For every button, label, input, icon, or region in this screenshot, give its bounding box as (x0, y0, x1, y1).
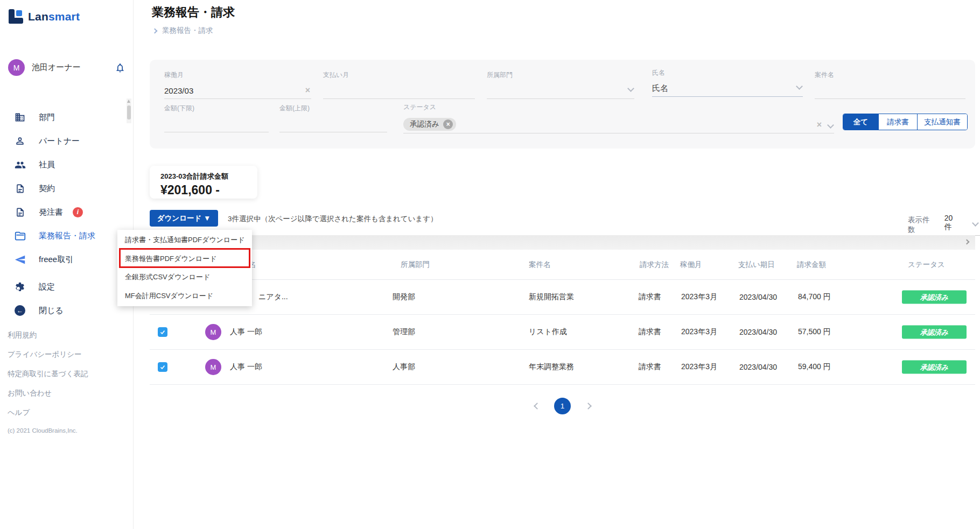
cell-project: リスト作成 (529, 327, 567, 337)
page-size-control: 表示件数 20件 (908, 214, 980, 236)
department-filter-label: 所属部門 (487, 70, 634, 80)
cell-project: 新規開拓営業 (529, 292, 574, 302)
next-page-button[interactable] (583, 400, 593, 411)
remove-status-chip-icon[interactable]: × (443, 119, 453, 129)
department-select[interactable] (487, 83, 634, 99)
cell-department: 管理部 (393, 327, 415, 337)
sidebar-item-label: 設定 (39, 282, 55, 292)
sidebar-item-label: 業務報告・請求 (39, 231, 95, 241)
cell-work-month: 2023年3月 (681, 292, 717, 302)
clear-status-icon[interactable]: × (817, 121, 822, 129)
doc-type-tabs: 全て 請求書 支払通知書 (843, 114, 968, 130)
prev-page-button[interactable] (531, 400, 542, 411)
avatar: M (205, 359, 221, 375)
app-logo[interactable]: Lansmart (9, 9, 80, 24)
scrollbar[interactable] (127, 98, 131, 123)
footer-link-commercial-law[interactable]: 特定商取引に基づく表記 (8, 369, 88, 379)
amount-min-label: 金額(下限) (164, 104, 269, 113)
sidebar-item-label: 社員 (39, 160, 55, 170)
user-avatar[interactable]: M (8, 59, 25, 76)
sidebar-item-departments[interactable]: 部門 (0, 105, 133, 129)
sidebar-item-settings[interactable]: 設定 (0, 275, 133, 299)
menu-item-report-pdf[interactable]: 業務報告書PDFダウンロード (117, 250, 252, 269)
sidebar-item-label: 発注書 (39, 207, 63, 217)
cell-amount: 59,400 円 (798, 362, 831, 372)
status-multiselect[interactable]: 承認済み × × (403, 115, 834, 133)
notification-bell-icon[interactable] (115, 62, 125, 74)
copyright-text: (c) 2021 CloudBrains,Inc. (8, 427, 88, 434)
page-size-select[interactable]: 20件 (943, 214, 980, 236)
scroll-right-icon[interactable] (964, 239, 970, 245)
col-header-status: ステータス (908, 260, 945, 270)
cell-name: 人事 一郎 (230, 327, 262, 337)
working-month-input[interactable]: 2023/03 × (164, 83, 311, 99)
sidebar-item-partners[interactable]: パートナー (0, 129, 133, 153)
billing-table: 氏名 所属部門 案件名 請求方法 稼働月 支払い期日 請求金額 ステータス M … (150, 235, 975, 427)
footer-link-privacy[interactable]: プライバシーポリシー (8, 350, 88, 359)
folder-icon (14, 230, 26, 242)
sidebar-item-purchase-orders[interactable]: 発注書 i (0, 200, 133, 224)
sidebar-item-freee[interactable]: freee取引 (0, 248, 133, 271)
sidebar-item-label: 部門 (39, 112, 55, 123)
building-icon (14, 111, 26, 123)
cell-name: 人事 一郎 (230, 362, 262, 372)
app-window: Lansmart M 池田オーナー 部門 パートナー 社員 契約 (0, 0, 980, 529)
gear-icon (14, 281, 26, 293)
amount-max-label: 金額(上限) (279, 104, 387, 113)
people-icon (14, 159, 26, 171)
col-header-department: 所属部門 (401, 260, 430, 270)
sidebar-item-business-reports[interactable]: 業務報告・請求 (0, 224, 133, 248)
user-name: 池田オーナー (32, 62, 115, 73)
col-header-amount: 請求金額 (797, 260, 826, 270)
current-page-button[interactable]: 1 (554, 398, 571, 414)
col-header-work-month: 稼働月 (680, 260, 702, 270)
chevron-down-icon[interactable] (827, 122, 834, 129)
sidebar-item-collapse[interactable]: ← 閉じる (0, 299, 133, 322)
download-button[interactable]: ダウンロード ▼ (150, 210, 218, 227)
sidebar: Lansmart M 池田オーナー 部門 パートナー 社員 契約 (0, 0, 133, 529)
footer-link-help[interactable]: ヘルプ (8, 408, 88, 418)
row-checkbox[interactable] (158, 327, 167, 337)
person-name-select[interactable]: 氏名 (652, 81, 803, 97)
table-row[interactable]: M 人事 一郎 人事部 年末調整業務 請求書 2023年3月 2023/04/3… (150, 350, 975, 385)
breadcrumb: 業務報告・請求 (153, 26, 213, 36)
amount-min-input[interactable] (164, 116, 269, 132)
table-row[interactable]: M 人事 一郎 管理部 リスト作成 請求書 2023年3月 2023/04/30… (150, 315, 975, 350)
cell-amount: 84,700 円 (798, 292, 831, 302)
document-icon (14, 182, 26, 194)
table-row[interactable]: M ニアタ... 開発部 新規開拓営業 請求書 2023年3月 2023/04/… (150, 280, 975, 315)
total-billing-title: 2023-03合計請求金額 (160, 172, 257, 181)
clear-working-month-icon[interactable]: × (305, 86, 310, 95)
cell-due-date: 2023/04/30 (739, 328, 777, 336)
breadcrumb-chevron-icon (152, 28, 158, 33)
cell-amount: 57,500 円 (798, 327, 831, 337)
working-month-label: 稼働月 (164, 70, 311, 80)
cell-method: 請求書 (639, 292, 661, 302)
amount-max-input[interactable] (279, 116, 387, 132)
project-name-input[interactable] (815, 83, 965, 99)
status-badge: 承認済み (902, 291, 967, 304)
cell-method: 請求書 (639, 327, 661, 337)
payment-month-input[interactable] (323, 83, 475, 99)
cell-due-date: 2023/04/30 (739, 363, 777, 371)
user-row: M 池田オーナー (8, 59, 125, 76)
tab-payment-notice[interactable]: 支払通知書 (918, 114, 967, 130)
menu-item-invoice-pdf[interactable]: 請求書・支払通知書PDFダウンロード (117, 231, 252, 250)
download-menu: 請求書・支払通知書PDFダウンロード 業務報告書PDFダウンロード 全銀形式CS… (117, 230, 252, 306)
col-header-project: 案件名 (529, 260, 551, 270)
footer-link-contact[interactable]: お問い合わせ (8, 389, 88, 398)
menu-item-mf-csv[interactable]: MF会計用CSVダウンロード (117, 287, 252, 306)
tab-all[interactable]: 全て (843, 114, 879, 130)
chevron-down-icon[interactable] (627, 85, 634, 92)
payment-month-label: 支払い月 (323, 70, 475, 80)
tab-invoice[interactable]: 請求書 (879, 114, 918, 130)
footer-link-terms[interactable]: 利用規約 (8, 330, 88, 340)
sidebar-nav: 部門 パートナー 社員 契約 発注書 i 業務報告・請求 (0, 105, 133, 271)
sidebar-item-contracts[interactable]: 契約 (0, 177, 133, 200)
breadcrumb-item[interactable]: 業務報告・請求 (162, 26, 213, 36)
menu-item-zengin-csv[interactable]: 全銀形式CSVダウンロード (117, 268, 252, 287)
row-checkbox[interactable] (158, 362, 167, 372)
sidebar-item-employees[interactable]: 社員 (0, 153, 133, 177)
chevron-down-icon[interactable] (796, 83, 803, 90)
sidebar-nav-secondary: 設定 ← 閉じる (0, 275, 133, 322)
